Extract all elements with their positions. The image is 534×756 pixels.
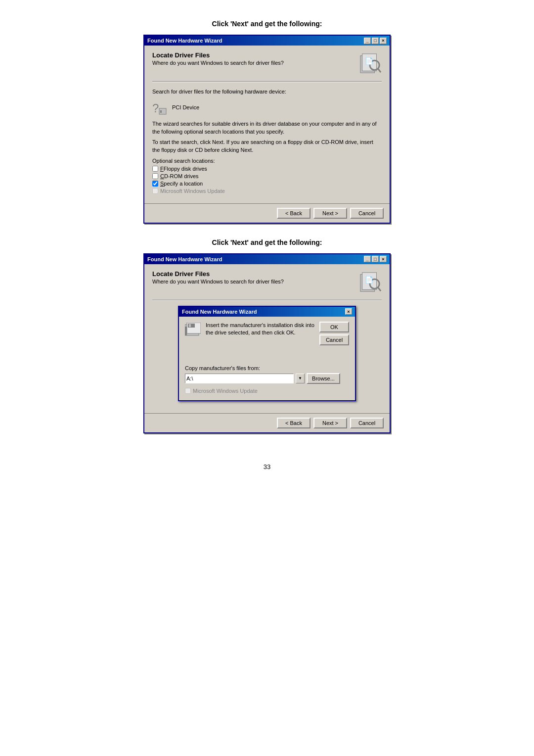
driver-icon-2: 📄 (358, 270, 382, 294)
titlebar-buttons-1: _ □ × (364, 38, 387, 44)
modal-content: Insert the manufacturer's installation d… (179, 317, 355, 400)
wizard-header-subtitle-2: Where do you want Windows to search for … (152, 279, 284, 284)
driver-icon-1: 📄 (358, 51, 382, 75)
modal-ok-button[interactable]: OK (319, 322, 349, 332)
wizard-header-1: Locate Driver Files Where do you want Wi… (152, 51, 382, 75)
checkbox-winupdate-row[interactable]: Microsoft Windows Update (152, 188, 382, 194)
disk-icon (185, 322, 201, 337)
checkbox-floppy[interactable] (152, 166, 158, 172)
checkbox-specify-label: Specify a location (160, 181, 203, 187)
wizard-footer-1: < Back Next > Cancel (144, 203, 390, 223)
cancel-button-2[interactable]: Cancel (350, 418, 384, 428)
wizard-header-title-2: Locate Driver Files (152, 270, 284, 278)
copy-from-dropdown-arrow[interactable]: ▼ (296, 374, 305, 383)
device-name-1: PCI Device (172, 104, 199, 110)
svg-text:📄: 📄 (365, 276, 373, 284)
divider-2 (152, 300, 382, 301)
svg-text:📄: 📄 (365, 57, 373, 65)
next-button-1[interactable]: Next > (313, 208, 347, 219)
wizard-header-2: Locate Driver Files Where do you want Wi… (152, 270, 382, 294)
wizard-title-label-1: Found New Hardware Wizard (147, 38, 222, 44)
modal-titlebar-buttons: × (345, 308, 352, 315)
cancel-button-1[interactable]: Cancel (350, 208, 384, 219)
wizard-header-subtitle-1: Where do you want Windows to search for … (152, 60, 284, 66)
body-text2-1: To start the search, click Next. If you … (152, 139, 382, 154)
checkbox-cdrom-label: CD-ROM drives (160, 173, 199, 179)
close-button-1[interactable]: × (380, 38, 387, 44)
checkbox-cdrom[interactable] (152, 173, 158, 179)
modal-titlebar: Found New Hardware Wizard × (179, 307, 355, 317)
checkbox-cdrom-row[interactable]: CD-ROM drives (152, 173, 382, 179)
section-title-1: Click 'Next' and get the following: (212, 20, 322, 28)
wizard-header-text-2: Locate Driver Files Where do you want Wi… (152, 270, 284, 284)
back-button-1[interactable]: < Back (277, 208, 311, 219)
svg-rect-7 (160, 110, 162, 113)
checkbox-winupdate-label-2: Microsoft Windows Update (193, 388, 258, 394)
svg-line-11 (378, 287, 381, 291)
checkbox-winupdate-row-2[interactable]: Microsoft Windows Update (185, 388, 349, 394)
back-button-2[interactable]: < Back (277, 418, 311, 428)
wizard-header-text-1: Locate Driver Files Where do you want Wi… (152, 51, 284, 66)
modal-buttons: OK Cancel (319, 322, 349, 345)
checkbox-floppy-label: FFloppy disk drives (160, 166, 207, 172)
browse-button[interactable]: Browse... (307, 373, 340, 384)
body-text1-1: The wizard searches for suitable drivers… (152, 120, 382, 136)
wizard-content-1: Locate Driver Files Where do you want Wi… (144, 46, 390, 203)
titlebar-buttons-2: _ □ × (364, 256, 387, 262)
svg-text:?: ? (152, 101, 159, 115)
section-title-2: Click 'Next' and get the following: (212, 238, 322, 246)
modal-title-label: Found New Hardware Wizard (182, 309, 257, 315)
optional-label-1: Optional search locations: (152, 158, 382, 164)
modal-cancel-button[interactable]: Cancel (319, 334, 349, 345)
maximize-button-2[interactable]: □ (372, 256, 379, 262)
next-button-2[interactable]: Next > (313, 418, 347, 428)
wizard-content-2: Locate Driver Files Where do you want Wi… (144, 264, 390, 413)
checkbox-specify[interactable] (152, 181, 158, 187)
svg-rect-17 (185, 327, 187, 335)
copy-from-row: ▼ Browse... (185, 373, 349, 384)
winupdate-row-2: Microsoft Windows Update (185, 388, 349, 394)
wizard-window-2: Found New Hardware Wizard _ □ × Locate D… (143, 253, 391, 433)
close-button-2[interactable]: × (380, 256, 387, 262)
checkbox-winupdate-2[interactable] (185, 388, 191, 394)
copy-from-section: Copy manufacturer's files from: ▼ Browse… (185, 365, 349, 384)
device-icon-1: ? (152, 99, 168, 115)
modal-close-button[interactable]: × (345, 308, 352, 315)
search-text-1: Search for driver files for the followin… (152, 88, 382, 95)
checkbox-floppy-row[interactable]: FFloppy disk drives (152, 166, 382, 172)
device-row-1: ? PCI Device (152, 99, 382, 115)
wizard-header-title-1: Locate Driver Files (152, 51, 284, 59)
svg-line-3 (378, 69, 381, 73)
wizard-body-1: Search for driver files for the followin… (152, 86, 382, 197)
wizard-titlebar-1: Found New Hardware Wizard _ □ × (144, 36, 390, 46)
page-number: 33 (264, 463, 270, 471)
minimize-button-1[interactable]: _ (364, 38, 371, 44)
modal-message-row: Insert the manufacturer's installation d… (185, 322, 349, 345)
divider-1 (152, 81, 382, 82)
wizard-window-1: Found New Hardware Wizard _ □ × Locate D… (143, 35, 391, 224)
wizard-footer-2: < Back Next > Cancel (144, 413, 390, 432)
wizard-titlebar-2: Found New Hardware Wizard _ □ × (144, 254, 390, 264)
modal-message-text: Insert the manufacturer's installation d… (206, 322, 314, 337)
svg-rect-16 (189, 324, 191, 327)
checkbox-winupdate[interactable] (152, 188, 158, 194)
modal-dialog: Found New Hardware Wizard × (178, 306, 356, 401)
checkbox-specify-row[interactable]: Specify a location (152, 181, 382, 187)
maximize-button-1[interactable]: □ (372, 38, 379, 44)
checkbox-winupdate-label: Microsoft Windows Update (160, 188, 225, 194)
wizard-title-label-2: Found New Hardware Wizard (147, 256, 222, 262)
copy-from-input[interactable] (185, 374, 294, 383)
minimize-button-2[interactable]: _ (364, 256, 371, 262)
copy-from-label: Copy manufacturer's files from: (185, 365, 349, 371)
